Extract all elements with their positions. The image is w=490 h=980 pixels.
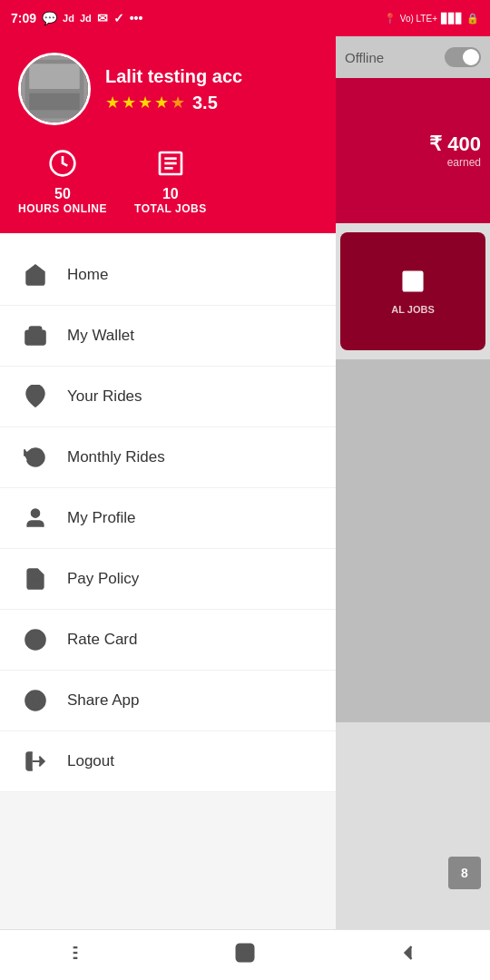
svg-point-12 (32, 509, 40, 517)
menu-item-pay-policy[interactable]: Pay Policy (0, 549, 336, 610)
menu-item-rate-card[interactable]: Rate Card (0, 610, 336, 671)
svg-point-10 (39, 337, 42, 339)
toggle-dot (463, 49, 479, 65)
star-5-half: ★ (171, 93, 185, 113)
menu-item-share-app[interactable]: Share App (0, 671, 336, 731)
menu-label-rate-card: Rate Card (67, 631, 137, 649)
hours-value: 50 (54, 186, 71, 202)
offline-bar[interactable]: Offline (336, 36, 490, 78)
star-2: ★ (122, 93, 136, 113)
battery-icon: 🔒 (466, 13, 479, 24)
menu-label-monthly-rides: Monthly Rides (67, 448, 165, 466)
status-left: 7:09 💬 Jd Jd ✉ ✓ ••• (11, 11, 142, 25)
svg-point-16 (32, 636, 40, 644)
svg-rect-35 (237, 944, 254, 961)
menu-label-home: Home (67, 266, 108, 284)
earned-amount: ₹ 400 (429, 132, 481, 156)
menu-item-logout[interactable]: Logout (0, 731, 336, 792)
location-icon: 📍 (384, 13, 397, 24)
network-icon2: Jd (80, 13, 92, 24)
menu-label-your-rides: Your Rides (67, 387, 142, 406)
hours-label: HOURS ONLINE (18, 202, 107, 215)
navigation-bar (0, 929, 490, 980)
grey-area (336, 359, 490, 722)
stats-row: 50 HOURS ONLINE 10 TOTAL JOBS (18, 142, 318, 215)
rating-value: 3.5 (192, 93, 218, 113)
offline-toggle[interactable] (445, 47, 481, 67)
menu-item-wallet[interactable]: My Wallet (0, 306, 336, 367)
svg-point-11 (33, 391, 39, 397)
total-jobs-card: AL JOBS (340, 232, 485, 350)
profile-info: Lalit testing acc ★ ★ ★ ★ ★ 3.5 (105, 65, 242, 113)
status-right: 📍 Vo) LTE+ ▊▊▊ 🔒 (384, 13, 479, 24)
svg-point-22 (32, 697, 40, 705)
signal-bars: ▊▊▊ (441, 13, 463, 24)
jobs-label: TOTAL JOBS (134, 202, 207, 215)
svg-rect-3 (29, 93, 80, 111)
menu-item-your-rides[interactable]: Your Rides (0, 367, 336, 427)
nav-home-button[interactable] (214, 931, 276, 980)
total-jobs-stat: 10 TOTAL JOBS (134, 149, 207, 215)
star-3: ★ (138, 93, 152, 113)
status-bar: 7:09 💬 Jd Jd ✉ ✓ ••• 📍 Vo) LTE+ ▊▊▊ 🔒 (0, 0, 490, 36)
menu-list: Home My Wallet Your Rides (0, 245, 336, 792)
nav-menu-button[interactable] (51, 931, 113, 980)
menu-label-logout: Logout (67, 752, 114, 770)
more-icon: ••• (130, 11, 143, 25)
clock-icon (48, 149, 77, 184)
menu-label-my-profile: My Profile (67, 509, 136, 527)
profile-name: Lalit testing acc (105, 65, 242, 87)
monthly-rides-icon (22, 444, 49, 471)
wallet-icon (22, 322, 49, 349)
share-app-icon (22, 687, 49, 714)
network-icon1: Jd (63, 13, 74, 24)
your-rides-icon (22, 383, 49, 410)
check-icon: ✓ (113, 11, 124, 25)
time-display: 7:09 (11, 11, 36, 25)
nav-back-button[interactable] (377, 931, 439, 980)
menu-label-wallet: My Wallet (67, 327, 134, 345)
bottom-badge: 8 (448, 857, 481, 889)
star-4: ★ (154, 93, 169, 113)
jobs-icon (156, 149, 185, 184)
profile-row: Lalit testing acc ★ ★ ★ ★ ★ 3.5 (18, 53, 318, 125)
rating-row: ★ ★ ★ ★ ★ 3.5 (105, 93, 242, 113)
menu-label-pay-policy: Pay Policy (67, 570, 139, 588)
menu-item-monthly-rides[interactable]: Monthly Rides (0, 427, 336, 488)
avatar-image (21, 55, 88, 122)
rate-card-icon (22, 626, 49, 653)
signal-text: Vo) LTE+ (400, 14, 437, 24)
drawer-header: Lalit testing acc ★ ★ ★ ★ ★ 3.5 5 (0, 36, 336, 233)
home-icon (22, 261, 49, 289)
email-icon: ✉ (97, 11, 108, 25)
main-content: Offline ₹ 400 earned AL JOBS 8 (336, 36, 490, 944)
earned-label: earned (447, 156, 481, 169)
offline-label: Offline (345, 50, 384, 65)
hours-online-stat: 50 HOURS ONLINE (18, 149, 107, 215)
jobs-value: 10 (162, 186, 179, 202)
al-jobs-label: AL JOBS (391, 304, 434, 315)
my-profile-icon (22, 505, 49, 532)
star-rating: ★ ★ ★ ★ ★ (105, 93, 185, 113)
star-1: ★ (105, 93, 120, 113)
menu-item-my-profile[interactable]: My Profile (0, 488, 336, 549)
menu-label-share-app: Share App (67, 691, 139, 710)
avatar (18, 53, 91, 125)
pay-policy-icon (22, 565, 49, 593)
message-icon: 💬 (42, 11, 57, 25)
logout-icon (22, 748, 49, 775)
total-jobs-card-icon (400, 269, 426, 300)
menu-item-home[interactable]: Home (0, 245, 336, 306)
svg-rect-2 (29, 64, 80, 89)
